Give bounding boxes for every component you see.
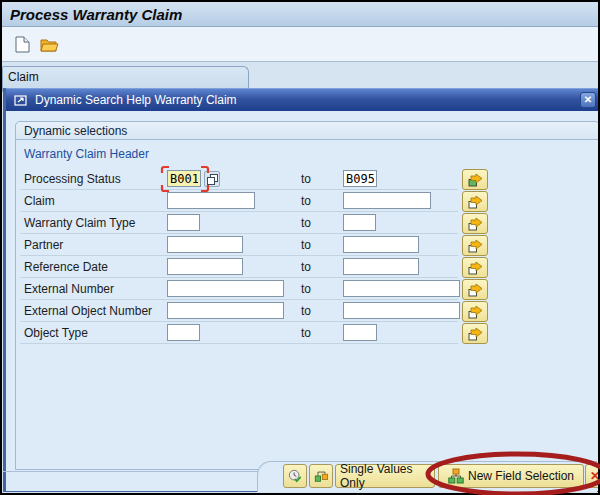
cancel-x-icon: ✕ — [590, 469, 600, 483]
dialog-window-icon — [14, 94, 29, 107]
row-external-object-number: External Object Number to — [0, 302, 600, 324]
reference-date-to-input[interactable] — [343, 258, 419, 275]
row-reference-date: Reference Date to — [0, 258, 600, 280]
external-object-number-to-input[interactable] — [343, 302, 460, 319]
single-values-only-button[interactable]: Single Values Only — [335, 464, 435, 488]
processing-status-to-input[interactable] — [343, 170, 377, 187]
row-partner: Partner to — [0, 236, 600, 258]
multiple-selection-button[interactable] — [462, 279, 488, 300]
external-object-number-from-input[interactable] — [167, 302, 284, 319]
warranty-claim-header-label: Warranty Claim Header — [24, 147, 149, 161]
row-label: Warranty Claim Type — [24, 216, 135, 230]
dialog-close-icon[interactable]: ✕ — [580, 92, 596, 108]
to-label: to — [301, 194, 311, 208]
to-label: to — [301, 172, 311, 186]
reference-date-from-input[interactable] — [167, 258, 243, 275]
dialog-title-bar[interactable]: Dynamic Search Help Warranty Claim ✕ — [6, 88, 600, 111]
new-document-icon[interactable] — [12, 35, 32, 53]
row-label: Partner — [24, 238, 63, 252]
claim-from-input[interactable] — [167, 192, 255, 209]
application-toolbar — [2, 27, 598, 62]
row-label: Object Type — [24, 326, 88, 340]
hierarchy-icon — [448, 468, 464, 484]
execute-button[interactable] — [283, 464, 307, 488]
window-title-bar: Process Warranty Claim — [2, 2, 598, 27]
dialog-title: Dynamic Search Help Warranty Claim — [35, 93, 237, 107]
clock-check-icon — [288, 468, 302, 484]
open-folder-icon[interactable] — [39, 35, 59, 53]
warranty-claim-type-from-input[interactable] — [167, 214, 200, 231]
object-type-to-input[interactable] — [343, 324, 377, 341]
claim-to-input[interactable] — [343, 192, 431, 209]
to-label: to — [301, 238, 311, 252]
footer-divider — [3, 471, 258, 472]
processing-status-from-input[interactable] — [167, 170, 201, 187]
partner-to-input[interactable] — [343, 236, 419, 253]
tab-claim-label: Claim — [8, 70, 39, 84]
row-label: External Object Number — [24, 304, 152, 318]
multiple-selection-button[interactable] — [462, 191, 488, 212]
window-title: Process Warranty Claim — [10, 6, 182, 23]
multiple-selection-button-active[interactable] — [462, 169, 488, 190]
to-label: to — [301, 282, 311, 296]
object-type-from-input[interactable] — [167, 324, 200, 341]
external-number-to-input[interactable] — [343, 280, 460, 297]
sap-window: Process Warranty Claim Claim Dynamic Se — [0, 0, 600, 495]
row-object-type: Object Type to — [0, 324, 600, 346]
multiple-selection-button[interactable] — [462, 301, 488, 322]
new-field-selection-button[interactable]: New Field Selection — [438, 464, 584, 488]
to-label: to — [301, 216, 311, 230]
cancel-button[interactable]: ✕ — [585, 464, 600, 488]
row-label: Reference Date — [24, 260, 108, 274]
row-label: Claim — [24, 194, 55, 208]
single-values-only-label: Single Values Only — [340, 462, 430, 490]
dynamic-selections-header: Dynamic selections — [16, 122, 599, 140]
to-label: to — [301, 260, 311, 274]
selection-options-icon — [314, 468, 328, 484]
external-number-from-input[interactable] — [167, 280, 284, 297]
selection-options-button[interactable] — [309, 464, 333, 488]
row-processing-status: Processing Status to — [0, 170, 600, 192]
dynamic-selections-label: Dynamic selections — [24, 124, 127, 138]
multiple-selection-button[interactable] — [462, 235, 488, 256]
row-warranty-claim-type: Warranty Claim Type to — [0, 214, 600, 236]
warranty-claim-type-to-input[interactable] — [343, 214, 376, 231]
multiple-selection-button[interactable] — [462, 323, 488, 344]
copy-values-icon[interactable] — [204, 171, 220, 187]
partner-from-input[interactable] — [167, 236, 243, 253]
row-external-number: External Number to — [0, 280, 600, 302]
row-label: External Number — [24, 282, 114, 296]
row-label: Processing Status — [24, 172, 121, 186]
to-label: to — [301, 304, 311, 318]
new-field-selection-label: New Field Selection — [468, 469, 574, 483]
multiple-selection-button[interactable] — [462, 213, 488, 234]
multiple-selection-button[interactable] — [462, 257, 488, 278]
to-label: to — [301, 326, 311, 340]
row-claim: Claim to — [0, 192, 600, 214]
